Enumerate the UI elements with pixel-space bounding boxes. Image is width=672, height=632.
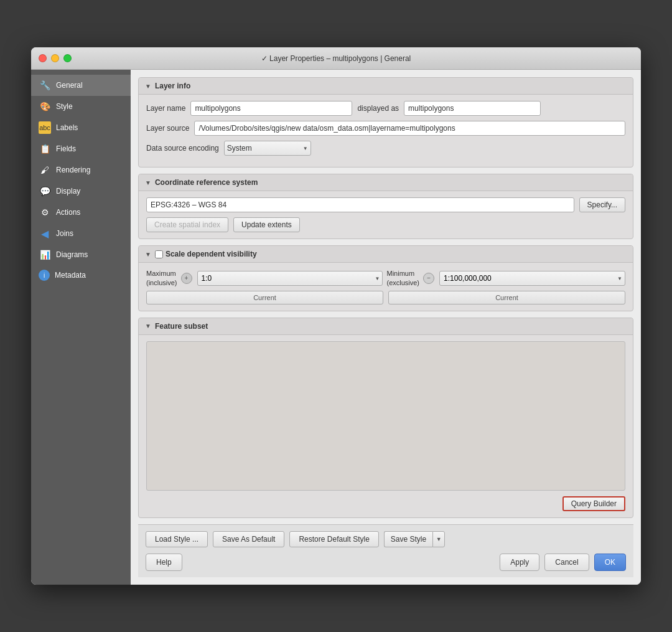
max-scale-select[interactable]: 1:0 xyxy=(197,271,383,286)
scale-grid: Maximum(inclusive) + 1:0 Minimum(exclusi… xyxy=(146,269,625,287)
displayed-as-label: displayed as xyxy=(357,104,399,113)
window-controls xyxy=(39,54,72,62)
sidebar-label-diagrams: Diagrams xyxy=(56,250,88,259)
save-style-wrapper: Save Style ▼ xyxy=(384,531,445,547)
sidebar-label-display: Display xyxy=(56,187,80,196)
minimize-button[interactable] xyxy=(51,54,59,62)
feature-subset-textarea[interactable] xyxy=(146,341,625,491)
sidebar-item-fields[interactable]: 📋 Fields xyxy=(31,138,131,159)
load-style-button[interactable]: Load Style ... xyxy=(146,531,208,547)
sidebar-item-rendering[interactable]: 🖌 Rendering xyxy=(31,159,131,181)
feature-subset-section: ▼ Feature subset Query Builder xyxy=(138,318,633,518)
save-as-default-button[interactable]: Save As Default xyxy=(213,531,284,547)
titlebar: ✓ Layer Properties – multipolygons | Gen… xyxy=(31,47,641,70)
crs-collapse-triangle: ▼ xyxy=(145,179,151,186)
layer-source-row: Layer source xyxy=(146,121,625,136)
rendering-icon: 🖌 xyxy=(39,164,51,176)
sidebar-item-labels[interactable]: abc Labels xyxy=(31,117,131,138)
sidebar-label-metadata: Metadata xyxy=(55,271,86,280)
sidebar-label-fields: Fields xyxy=(56,144,76,153)
restore-default-button[interactable]: Restore Default Style xyxy=(289,531,378,547)
feature-subset-title: Feature subset xyxy=(155,322,208,331)
sidebar-item-metadata[interactable]: i Metadata xyxy=(31,265,131,285)
max-scale-label: Maximum(inclusive) xyxy=(146,269,177,287)
crs-buttons-row: Create spatial index Update extents xyxy=(146,217,625,232)
save-style-button[interactable]: Save Style xyxy=(384,531,432,547)
right-action-buttons: Apply Cancel OK xyxy=(500,554,626,571)
create-spatial-index-button[interactable]: Create spatial index xyxy=(146,217,228,232)
encoding-select[interactable]: System UTF-8 ISO-8859-1 xyxy=(224,141,311,156)
sidebar-item-joins[interactable]: ◀ Joins xyxy=(31,223,131,244)
close-button[interactable] xyxy=(39,54,47,62)
max-scale-icon[interactable]: + xyxy=(181,273,192,284)
feature-subset-triangle: ▼ xyxy=(145,323,151,329)
maximize-button[interactable] xyxy=(63,54,72,62)
layer-info-body: Layer name displayed as Layer source Dat… xyxy=(139,95,633,167)
left-action-buttons: Help xyxy=(146,554,182,571)
current-btns-row: Current Current xyxy=(146,291,625,304)
layer-info-title: Layer info xyxy=(155,82,190,90)
layer-name-label: Layer name xyxy=(146,104,185,113)
actions-icon: ⚙ xyxy=(39,206,51,219)
encoding-label: Data source encoding xyxy=(146,144,219,153)
style-buttons-row: Load Style ... Save As Default Restore D… xyxy=(146,531,626,547)
layer-source-input[interactable] xyxy=(194,121,625,136)
sidebar-label-labels: Labels xyxy=(56,123,78,132)
crs-input[interactable] xyxy=(146,197,574,212)
displayed-as-input[interactable] xyxy=(404,101,541,116)
sidebar-label-rendering: Rendering xyxy=(56,166,90,174)
layer-name-row: Layer name displayed as xyxy=(146,101,625,116)
apply-button[interactable]: Apply xyxy=(500,554,539,571)
main-window: ✓ Layer Properties – multipolygons | Gen… xyxy=(31,47,641,585)
feature-subset-body: Query Builder xyxy=(139,335,633,517)
query-btn-row: Query Builder xyxy=(146,496,625,511)
update-extents-button[interactable]: Update extents xyxy=(233,217,300,232)
ok-button[interactable]: OK xyxy=(594,554,626,571)
bottom-bar: Load Style ... Save As Default Restore D… xyxy=(138,524,633,577)
crs-header: ▼ Coordinate reference system xyxy=(139,174,633,191)
query-builder-button[interactable]: Query Builder xyxy=(562,496,625,511)
collapse-triangle: ▼ xyxy=(145,83,151,90)
sidebar-item-diagrams[interactable]: 📊 Diagrams xyxy=(31,244,131,265)
scale-header: ▼ Scale dependent visibility xyxy=(139,246,633,263)
metadata-icon: i xyxy=(39,270,50,281)
general-icon: 🔧 xyxy=(39,79,51,92)
sidebar-item-actions[interactable]: ⚙ Actions xyxy=(31,202,131,223)
scale-title: Scale dependent visibility xyxy=(166,250,257,258)
current-max-button[interactable]: Current xyxy=(146,291,383,304)
fields-icon: 📋 xyxy=(39,143,51,155)
layer-name-input[interactable] xyxy=(190,101,352,116)
sidebar-label-actions: Actions xyxy=(56,208,80,217)
layer-info-header: ▼ Layer info xyxy=(139,78,633,95)
layer-info-section: ▼ Layer info Layer name displayed as Lay… xyxy=(138,77,633,167)
sidebar: 🔧 General 🎨 Style abc Labels 📋 Fields 🖌 … xyxy=(31,70,131,585)
scale-collapse-triangle: ▼ xyxy=(145,251,151,258)
scale-visibility-checkbox[interactable] xyxy=(155,250,163,258)
save-style-dropdown[interactable]: ▼ xyxy=(432,531,445,547)
max-scale-wrapper: 1:0 xyxy=(197,271,383,286)
main-layout: 🔧 General 🎨 Style abc Labels 📋 Fields 🖌 … xyxy=(31,70,641,585)
joins-icon: ◀ xyxy=(39,227,51,240)
encoding-select-wrapper: System UTF-8 ISO-8859-1 xyxy=(224,141,311,156)
min-scale-icon[interactable]: − xyxy=(423,273,434,284)
min-scale-label: Minimum(exclusive) xyxy=(386,269,419,287)
scale-section: ▼ Scale dependent visibility Maximum(inc… xyxy=(138,245,633,311)
labels-icon: abc xyxy=(39,121,51,134)
layer-source-label: Layer source xyxy=(146,124,189,133)
sidebar-item-general[interactable]: 🔧 General xyxy=(31,75,131,96)
cancel-button[interactable]: Cancel xyxy=(544,554,589,571)
specify-button[interactable]: Specify... xyxy=(579,197,625,212)
crs-input-row: Specify... xyxy=(146,197,625,212)
content-area: ▼ Layer info Layer name displayed as Lay… xyxy=(131,70,641,585)
style-icon: 🎨 xyxy=(39,100,51,113)
sidebar-item-display[interactable]: 💬 Display xyxy=(31,181,131,202)
sidebar-item-style[interactable]: 🎨 Style xyxy=(31,96,131,117)
diagrams-icon: 📊 xyxy=(39,248,51,261)
current-min-button[interactable]: Current xyxy=(388,291,625,304)
min-scale-select[interactable]: 1:100,000,000 xyxy=(439,271,625,286)
action-buttons-row: Help Apply Cancel OK xyxy=(146,554,626,571)
sidebar-label-general: General xyxy=(56,81,83,90)
window-title: ✓ Layer Properties – multipolygons | Gen… xyxy=(261,54,411,63)
sidebar-label-joins: Joins xyxy=(56,229,73,238)
help-button[interactable]: Help xyxy=(146,554,182,571)
